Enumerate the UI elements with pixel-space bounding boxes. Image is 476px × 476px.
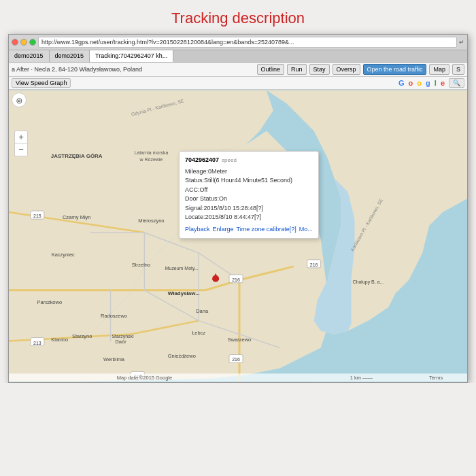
svg-text:216: 216	[310, 262, 318, 267]
svg-text:1 km ——: 1 km ——	[350, 375, 373, 381]
svg-text:Terms: Terms	[429, 375, 443, 381]
address-label: a After · Necla 2, 84-120 Władysławowo, …	[12, 66, 254, 73]
enlarge-link[interactable]: Enlarge	[213, 225, 234, 235]
svg-text:Parszkowo: Parszkowo	[37, 299, 63, 305]
svg-text:Starzyno: Starzyno	[72, 333, 92, 339]
page-title: Tracking description	[0, 10, 476, 27]
svg-text:Chałupy B, a...: Chałupy B, a...	[353, 279, 384, 285]
map-toolbar: a After · Necla 2, 84-120 Władysławowo, …	[9, 63, 467, 77]
svg-text:Strzelno: Strzelno	[132, 262, 150, 268]
svg-text:Dana: Dana	[196, 308, 209, 314]
search-btn[interactable]: 🔍	[449, 78, 464, 88]
door-line: Door Status:On	[185, 194, 313, 204]
close-btn[interactable]	[12, 39, 18, 46]
browser-tabs: demo2015 demo2015 Tracking:7042962407 kh…	[9, 50, 467, 63]
svg-text:Swarzewo: Swarzewo	[228, 337, 251, 343]
minimize-btn[interactable]	[20, 39, 27, 46]
run-btn[interactable]: Run	[287, 64, 307, 75]
svg-text:Werblinia: Werblinia	[103, 356, 125, 362]
open-road-traffic-btn[interactable]: Open the road traffic	[363, 64, 427, 75]
stay-btn[interactable]: Stay	[309, 64, 330, 75]
svg-text:Map data ©2015 Google: Map data ©2015 Google	[117, 375, 173, 381]
tab-demo2[interactable]: demo2015	[50, 50, 90, 62]
speed-indicator: speed	[222, 156, 237, 165]
outline-btn[interactable]: Outline	[257, 64, 285, 75]
zoom-out-btn[interactable]: −	[15, 143, 27, 156]
svg-text:Czarny Młyn: Czarny Młyn	[63, 214, 91, 220]
svg-text:216: 216	[232, 277, 240, 282]
svg-text:Dwór: Dwór	[115, 339, 126, 344]
svg-text:Muzeum Moty...: Muzeum Moty...	[165, 266, 199, 271]
svg-text:Mieroszyno: Mieroszyno	[138, 218, 164, 224]
status-line: Status:Still(6 Hour44 Minute51 Second)	[185, 176, 313, 186]
svg-text:w Różewie: w Różewie	[139, 157, 163, 162]
timezone-calibrate-link[interactable]: Time zone calibrate[?]	[237, 225, 296, 235]
maximize-btn[interactable]	[29, 39, 36, 46]
url-go[interactable]: ↵	[459, 39, 464, 46]
svg-text:Władysław...: Władysław...	[168, 290, 200, 296]
locate-line: Locate:2015/8/10 8:44:47[?]	[185, 213, 313, 222]
svg-text:Starzyński: Starzyński	[112, 334, 134, 339]
zoom-controls: + −	[14, 131, 28, 156]
map-toolbar2: View Speed Graph G o o g l e 🔍	[9, 77, 467, 90]
mileage-line: Mileage:0Meter	[185, 167, 313, 177]
view-speed-graph-btn[interactable]: View Speed Graph	[12, 78, 71, 88]
oversp-btn[interactable]: Oversp	[333, 64, 360, 75]
svg-rect-59	[9, 373, 467, 381]
url-bar[interactable]	[38, 37, 457, 48]
svg-text:Łebcz: Łebcz	[192, 330, 205, 336]
acc-line: ACC:Off	[185, 186, 313, 195]
satellite-btn[interactable]: S	[452, 64, 464, 75]
tab-demo1[interactable]: demo2015	[9, 50, 50, 62]
svg-text:Klanino: Klanino	[51, 337, 68, 343]
svg-text:Gnieżdżewo: Gnieżdżewo	[168, 353, 196, 359]
device-id: 7042962407	[185, 156, 219, 165]
svg-text:216: 216	[232, 357, 240, 362]
my-location-btn[interactable]: ◎	[12, 92, 27, 107]
svg-text:Latarnia morska: Latarnia morska	[134, 150, 168, 155]
playback-link[interactable]: Playback	[185, 225, 210, 235]
google-logo: G	[398, 79, 405, 87]
popup-actions: Playback Enlarge Time zone calibrate[?] …	[185, 225, 313, 235]
tracking-info-popup: 7042962407 speed Mileage:0Meter Status:S…	[179, 151, 319, 239]
svg-text:JASTRZĘBIA GÓRA: JASTRZĘBIA GÓRA	[51, 153, 103, 159]
zoom-in-btn[interactable]: +	[15, 131, 27, 143]
map-type-btn[interactable]: Map	[429, 64, 449, 75]
browser-window: ↵ demo2015 demo2015 Tracking:7042962407 …	[8, 34, 468, 383]
signal-line: Signal:2015/8/10 15:28:48[?]	[185, 204, 313, 214]
browser-titlebar: ↵	[9, 35, 467, 50]
svg-text:Kaczyniec: Kaczyniec	[52, 252, 75, 258]
svg-text:Radoszewo: Radoszewo	[101, 313, 127, 319]
svg-text:213: 213	[33, 341, 41, 345]
tab-tracking[interactable]: Tracking:7042962407 kh...	[90, 50, 173, 62]
svg-text:215: 215	[33, 214, 41, 218]
map-container[interactable]: 215 216 213 216 216 216 JASTRZĘBIA GÓRA …	[9, 90, 467, 382]
more-link[interactable]: Mo...	[299, 225, 313, 235]
